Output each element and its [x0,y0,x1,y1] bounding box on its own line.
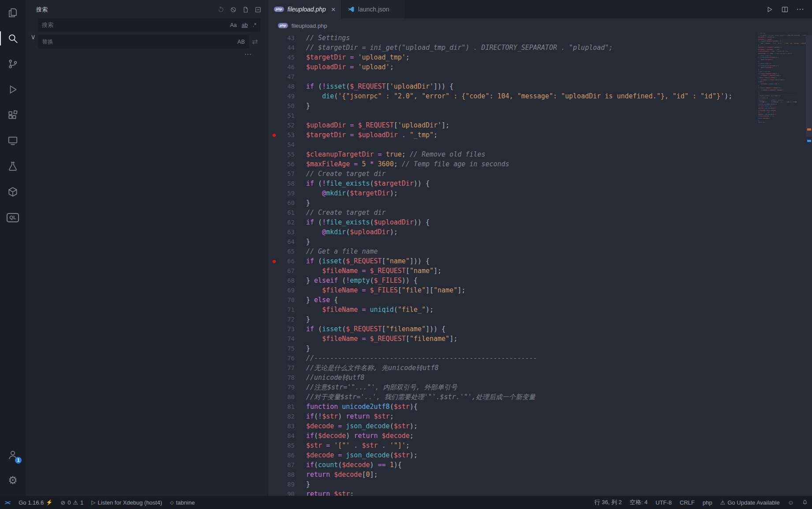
gutter-margin[interactable] [268,412,280,421]
status-indentation[interactable]: 空格: 4 [626,496,651,509]
gutter-margin[interactable] [268,227,280,237]
activity-bar-extensions[interactable] [0,102,26,128]
gutter-margin[interactable] [268,208,280,217]
match-case-button[interactable]: Aa [228,21,238,29]
gutter-margin[interactable] [268,43,280,52]
gutter-margin[interactable] [268,140,280,150]
gutter-margin[interactable] [268,91,280,101]
status-xdebug-listener[interactable]: ▷Listen for Xdebug (host4) [87,496,166,509]
activity-bar-codeql[interactable]: QL [0,205,26,230]
breakpoint-dot[interactable]: ● [268,130,280,140]
scrollbar-thumb[interactable] [806,35,812,137]
gutter-margin[interactable] [268,169,280,179]
gutter-margin[interactable] [268,460,280,470]
gutter-margin[interactable] [268,324,280,334]
gutter-margin[interactable] [268,470,280,479]
code-text: //--------------------------------------… [295,353,537,363]
status-problems[interactable]: ⊘0⚠1 [56,496,87,509]
activity-bar-source-control[interactable] [0,51,26,77]
status-go-update[interactable]: ⚠Go Update Available [716,496,784,509]
gutter-margin[interactable] [268,402,280,412]
gutter-margin[interactable] [268,101,280,111]
gutter-margin[interactable] [268,33,280,43]
gutter-margin[interactable] [268,217,280,227]
regex-button[interactable]: .* [251,21,258,29]
close-icon[interactable]: × [331,6,336,13]
search-input[interactable] [42,22,227,28]
tab-fileupload.php[interactable]: phpfileupload.php× [268,0,342,19]
gutter-margin[interactable] [268,120,280,130]
gutter-margin[interactable] [268,431,280,441]
gutter-margin[interactable] [268,344,280,353]
gutter-margin[interactable] [268,276,280,285]
code-text: $fileName = $_REQUEST["name"]; [295,266,442,276]
status-cursor-position[interactable]: 行 36, 列 2 [591,496,626,509]
collapse-button[interactable] [254,6,262,13]
gutter-margin[interactable] [268,82,280,91]
split-editor-button[interactable] [781,6,789,13]
gutter-margin[interactable] [268,479,280,489]
gutter-margin[interactable] [268,52,280,62]
activity-bar-remote-explorer[interactable] [0,128,26,153]
gutter-margin[interactable] [268,314,280,324]
gutter-margin[interactable] [268,72,280,82]
gutter-margin[interactable] [268,489,280,496]
replace-input[interactable] [42,38,234,45]
gutter-margin[interactable] [268,441,280,450]
gutter-margin[interactable] [268,382,280,392]
status-language-mode[interactable]: php [699,496,716,509]
gutter-margin[interactable] [268,353,280,363]
editor[interactable]: 43// Settings44// $targetDir = ini_get("… [268,33,812,496]
gutter-margin[interactable] [268,111,280,120]
gutter-margin[interactable] [268,450,280,460]
gutter-margin[interactable] [268,363,280,373]
gutter-margin[interactable] [268,285,280,295]
status-notifications[interactable] [798,496,812,509]
status-remote-indicator[interactable]: >< [0,496,15,509]
gutter-margin[interactable] [268,266,280,276]
activity-bar-explorer[interactable] [0,0,26,26]
status-tabnine[interactable]: ◇tabnine [166,496,199,509]
gutter-margin[interactable] [268,295,280,305]
activity-bar-testing[interactable] [0,153,26,179]
status-go-version[interactable]: Go 1.16.6⚡ [15,496,56,509]
clear-results-button[interactable] [230,6,237,13]
gutter-margin[interactable] [268,150,280,159]
gutter-margin[interactable] [268,62,280,72]
gutter-margin[interactable] [268,373,280,382]
status-feedback[interactable]: ☺ [784,496,798,509]
refresh-button[interactable] [217,6,225,13]
preserve-case-button[interactable]: AB [236,38,247,46]
activity-bar-search[interactable] [0,26,26,51]
activity-bar-run-debug[interactable] [0,77,26,102]
whole-word-button[interactable]: ab [240,21,250,29]
gutter-margin[interactable] [268,159,280,169]
gutter-margin[interactable] [268,237,280,247]
gutter-margin[interactable] [268,421,280,431]
replace-all-button[interactable]: ⇄ [249,38,261,45]
activity-bar-accounts[interactable]: 1 [0,442,26,468]
toggle-search-details-button[interactable]: ··· [244,52,252,56]
gutter-margin[interactable] [268,305,280,314]
gutter-margin[interactable] [268,392,280,402]
status-text: php [703,499,712,506]
status-eol[interactable]: CRLF [676,496,699,509]
run-or-debug-button[interactable] [766,6,774,13]
tab-launch.json[interactable]: launch.json× [342,0,405,19]
gutter-margin[interactable] [268,188,280,198]
toggle-replace-button[interactable]: ∨ [28,18,38,56]
new-search-editor-button[interactable] [242,6,249,13]
gutter-margin[interactable] [268,179,280,188]
breakpoint-dot[interactable]: ● [268,256,280,266]
minimap[interactable]: // Settings// $targetDir = ini_get("uplo… [758,33,806,496]
activity-bar-packages[interactable] [0,179,26,205]
gutter-margin[interactable] [268,247,280,256]
activity-bar-settings[interactable]: ⚙ [0,468,26,493]
breadcrumb[interactable]: php fileupload.php [268,19,812,33]
gutter-margin[interactable] [268,334,280,344]
line-number: 56 [280,159,295,169]
gutter-margin[interactable] [268,198,280,208]
code-line: 72} [268,314,812,324]
status-encoding[interactable]: UTF-8 [651,496,676,509]
more-actions-button[interactable]: ⋯ [796,5,804,13]
